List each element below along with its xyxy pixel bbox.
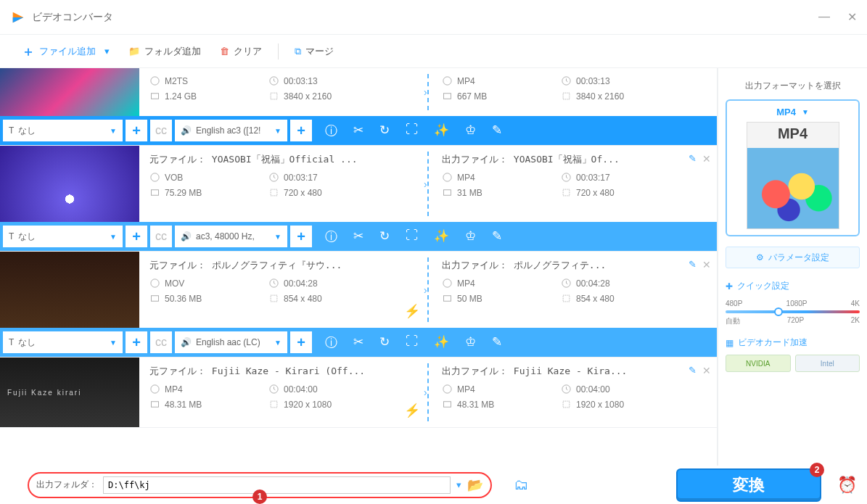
rotate-icon[interactable]: ↻ xyxy=(379,334,390,351)
output-folder-input[interactable] xyxy=(103,476,451,494)
svg-rect-23 xyxy=(563,295,570,302)
chevron-down-icon[interactable]: ▾ xyxy=(104,46,110,57)
nvidia-badge[interactable]: NVIDIA xyxy=(726,355,791,372)
intel-badge[interactable]: Intel xyxy=(795,355,860,372)
add-file-button[interactable]: ＋ ファイル追加 ▾ xyxy=(15,40,117,63)
source-filename: 元ファイル： YOASOBI「祝福」Official ... xyxy=(149,153,414,166)
svg-rect-3 xyxy=(271,93,277,99)
rotate-icon[interactable]: ↻ xyxy=(379,228,390,245)
clear-button[interactable]: 🗑 クリア xyxy=(213,42,269,61)
annotation-marker-2: 2 xyxy=(810,463,824,477)
out-resolution: 3840 x 2160 xyxy=(561,91,677,102)
rotate-icon[interactable]: ↻ xyxy=(379,123,390,139)
watermark-icon[interactable]: ♔ xyxy=(465,334,476,351)
effects-icon[interactable]: ✨ xyxy=(434,228,449,245)
subtitle-dropdown[interactable]: Tなし▼ xyxy=(3,331,123,353)
app-logo-icon xyxy=(10,9,26,25)
edit-icon[interactable]: ✎ xyxy=(492,228,502,245)
src-resolution: 3840 x 2160 xyxy=(268,91,385,102)
edit-output-icon[interactable]: ✎ xyxy=(689,259,697,270)
folder-plus-icon: 📁 xyxy=(128,46,140,57)
edit-icon[interactable]: ✎ xyxy=(492,334,502,351)
add-audio-button[interactable]: + xyxy=(290,331,312,353)
svg-rect-2 xyxy=(152,94,159,99)
crop-icon[interactable]: ⛶ xyxy=(406,228,418,245)
thumbnail[interactable] xyxy=(0,146,139,222)
thumbnail[interactable]: Fujii Kaze kirari xyxy=(0,358,139,427)
svg-point-28 xyxy=(443,385,451,393)
merge-button[interactable]: ⧉ マージ xyxy=(287,42,341,61)
src-format: M2TS xyxy=(149,75,266,86)
add-subtitle-button[interactable]: + xyxy=(126,226,147,247)
add-audio-button[interactable]: + xyxy=(290,120,312,141)
thumbnail[interactable] xyxy=(0,252,139,328)
add-subtitle-button[interactable]: + xyxy=(126,331,147,353)
item-control-bar: Tなし▼ + cc 🔊ac3, 48000 Hz,▼ + ⓘ ✂ ↻ ⛶ ✨ ♔… xyxy=(0,222,717,251)
chevron-down-icon[interactable]: ▾ xyxy=(456,479,461,490)
gpu-accel-label: ▦ ビデオカード加速 xyxy=(726,336,860,349)
svg-rect-22 xyxy=(444,296,451,302)
watermark-icon[interactable]: ♔ xyxy=(465,123,476,139)
resolution-slider[interactable]: 480P 1080P 4K 自動 720P 2K xyxy=(726,299,860,326)
column-separator: › xyxy=(424,68,432,116)
close-button[interactable]: ✕ xyxy=(847,10,857,24)
output-format-selector[interactable]: MP4▼ MP4 xyxy=(726,99,860,236)
convert-button[interactable]: 変換 2 xyxy=(676,468,821,502)
audio-dropdown[interactable]: 🔊English ac3 ([12!▼ xyxy=(175,120,287,141)
cc-button[interactable]: cc xyxy=(150,331,172,353)
svg-rect-14 xyxy=(444,190,451,196)
crop-icon[interactable]: ⛶ xyxy=(406,334,418,351)
info-icon[interactable]: ⓘ xyxy=(325,334,337,351)
add-audio-button[interactable]: + xyxy=(290,226,312,247)
cut-icon[interactable]: ✂ xyxy=(353,334,363,351)
schedule-icon[interactable]: ⏰ xyxy=(837,476,857,495)
svg-rect-18 xyxy=(152,296,159,302)
slider-thumb[interactable] xyxy=(774,307,783,316)
output-folder-label: 出力フォルダ： xyxy=(36,479,97,491)
src-duration: 00:03:13 xyxy=(268,75,385,86)
cc-button[interactable]: cc xyxy=(150,226,172,247)
cc-button[interactable]: cc xyxy=(150,120,172,141)
output-folder-group: 出力フォルダ： ▾ 📂 1 xyxy=(28,472,492,498)
output-filename: 出力ファイル： YOASOBI「祝福」Of... xyxy=(442,153,707,166)
audio-dropdown[interactable]: 🔊English aac (LC)▼ xyxy=(175,331,287,353)
svg-point-4 xyxy=(443,77,451,85)
subtitle-dropdown[interactable]: Tなし▼ xyxy=(3,120,123,141)
cut-icon[interactable]: ✂ xyxy=(353,228,363,245)
crop-icon[interactable]: ⛶ xyxy=(406,123,418,139)
remove-item-button[interactable]: ✕ xyxy=(702,153,711,165)
watermark-icon[interactable]: ♔ xyxy=(465,228,476,245)
chip-icon: ▦ xyxy=(726,338,734,348)
remove-item-button[interactable]: ✕ xyxy=(702,365,711,376)
main-toolbar: ＋ ファイル追加 ▾ 📁 フォルダ追加 🗑 クリア ⧉ マージ xyxy=(0,35,867,68)
plus-icon: ＋ xyxy=(22,43,35,60)
effects-icon[interactable]: ✨ xyxy=(434,123,449,139)
effects-icon[interactable]: ✨ xyxy=(434,334,449,351)
audio-dropdown[interactable]: 🔊ac3, 48000 Hz,▼ xyxy=(175,226,287,247)
output-column: MP4 00:03:13 667 MB 3840 x 2160 xyxy=(432,68,717,116)
browse-folder-icon[interactable]: 📂 xyxy=(467,477,483,493)
cut-icon[interactable]: ✂ xyxy=(353,123,363,139)
edit-output-icon[interactable]: ✎ xyxy=(689,153,697,164)
edit-icon[interactable]: ✎ xyxy=(492,123,502,139)
format-thumbnail: MP4 xyxy=(747,122,839,229)
svg-point-8 xyxy=(151,173,159,181)
output-column: ✎ ✕ 出力ファイル： YOASOBI「祝福」Of... MP4 00:03:1… xyxy=(432,146,717,222)
open-output-icon[interactable]: 🗂 xyxy=(514,476,528,493)
parameter-settings-button[interactable]: ⚙ パラメータ設定 xyxy=(726,247,860,268)
minimize-button[interactable]: — xyxy=(818,10,830,24)
info-icon[interactable]: ⓘ xyxy=(325,123,337,139)
thumbnail[interactable] xyxy=(0,68,139,116)
hardware-accel-icon: ⚡ xyxy=(404,303,420,319)
info-icon[interactable]: ⓘ xyxy=(325,228,337,245)
merge-icon: ⧉ xyxy=(295,46,301,57)
add-subtitle-button[interactable]: + xyxy=(126,120,147,141)
hardware-accel-icon: ⚡ xyxy=(404,402,420,418)
list-item: Fujii Kaze kirari 元ファイル： Fujii Kaze - Ki… xyxy=(0,358,717,428)
out-size: 667 MB xyxy=(442,91,558,102)
svg-rect-31 xyxy=(563,401,570,408)
edit-output-icon[interactable]: ✎ xyxy=(689,365,697,376)
subtitle-dropdown[interactable]: Tなし▼ xyxy=(3,226,123,247)
remove-item-button[interactable]: ✕ xyxy=(702,259,711,270)
add-folder-button[interactable]: 📁 フォルダ追加 xyxy=(121,42,208,61)
